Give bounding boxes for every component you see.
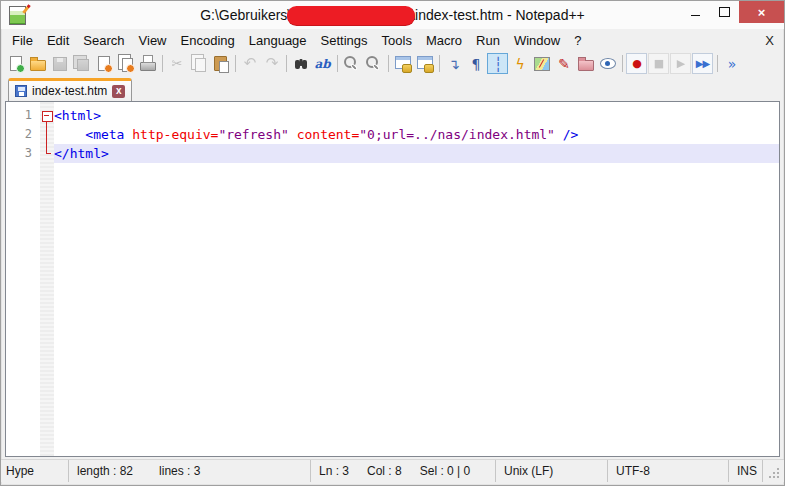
token-attr: http-equiv=: [132, 127, 218, 142]
menu-settings[interactable]: Settings: [314, 31, 375, 50]
token-plain: [54, 127, 85, 142]
zoom-out-icon[interactable]: [363, 53, 384, 74]
code-text[interactable]: <html>: [54, 106, 779, 125]
macro-play-icon[interactable]: ▶: [670, 53, 691, 74]
status-column: Col : 8: [367, 464, 402, 478]
save-icon[interactable]: [49, 53, 70, 74]
status-length-lines: length : 82 lines : 3: [69, 460, 311, 482]
zoom-in-icon[interactable]: [341, 53, 362, 74]
status-eol-format[interactable]: Unix (LF): [496, 460, 608, 482]
toolbar: ✂↶↷ab↴¶┆ϟ✎●■▶▶▶»: [1, 51, 784, 76]
new-file-icon[interactable]: [5, 53, 26, 74]
line-number: 1: [6, 106, 40, 125]
menu-close-document-button[interactable]: X: [765, 33, 774, 48]
redo-icon[interactable]: ↷: [261, 53, 282, 74]
menu-search[interactable]: Search: [76, 31, 131, 50]
sync-horizontal-scroll-icon[interactable]: [414, 53, 435, 74]
open-file-icon[interactable]: [27, 53, 48, 74]
menu-help[interactable]: ?: [567, 31, 588, 50]
token-value: "0;url=../nas/index.html": [359, 127, 555, 142]
code-line[interactable]: 1<html>: [6, 106, 779, 125]
folder-as-workspace-icon[interactable]: [575, 53, 596, 74]
menu-edit[interactable]: Edit: [40, 31, 76, 50]
code-line[interactable]: 3</html>: [6, 144, 779, 163]
close-button[interactable]: ×: [739, 1, 784, 23]
token-attr: content=: [297, 127, 360, 142]
menu-encoding[interactable]: Encoding: [174, 31, 242, 50]
code-line[interactable]: 2 <meta http-equiv="refresh" content="0;…: [6, 125, 779, 144]
notepad-plus-plus-app-icon: [9, 6, 26, 25]
window-controls: ×: [681, 1, 784, 23]
monitoring-icon[interactable]: [597, 53, 618, 74]
line-number: 3: [6, 144, 40, 163]
toolbar-separator: [159, 55, 166, 72]
user-defined-language-icon[interactable]: ϟ: [509, 53, 530, 74]
close-file-icon[interactable]: [93, 53, 114, 74]
minimize-button[interactable]: [681, 1, 710, 23]
tab-close-icon[interactable]: x: [112, 85, 125, 98]
maximize-button[interactable]: [710, 1, 739, 23]
token-tag: <html>: [54, 108, 101, 123]
menu-run[interactable]: Run: [469, 31, 507, 50]
toolbar-separator: [334, 55, 341, 72]
sync-vertical-scroll-icon[interactable]: [392, 53, 413, 74]
redaction-scribble: [287, 6, 415, 25]
show-all-characters-icon[interactable]: ¶: [465, 53, 486, 74]
menu-tools[interactable]: Tools: [375, 31, 419, 50]
copy-icon[interactable]: [188, 53, 209, 74]
notepad-plus-plus-window: G:\Gebruikers\\index-test.htm - Notepad+…: [0, 0, 785, 486]
replace-icon[interactable]: ab: [312, 53, 333, 74]
title-path-prefix: G:\Gebruikers\: [200, 7, 291, 23]
toolbar-separator: [232, 55, 239, 72]
toolbar-overflow-icon[interactable]: »: [721, 53, 742, 74]
title-bar[interactable]: G:\Gebruikers\\index-test.htm - Notepad+…: [1, 1, 784, 29]
show-indent-guide-icon[interactable]: ┆: [487, 53, 508, 74]
macro-stop-icon[interactable]: ■: [648, 53, 669, 74]
code-area[interactable]: 1<html>2 <meta http-equiv="refresh" cont…: [6, 102, 779, 163]
status-length: length : 82: [77, 464, 133, 478]
close-all-icon[interactable]: [115, 53, 136, 74]
status-selection: Sel : 0 | 0: [420, 464, 470, 478]
tab-index-test-htm[interactable]: index-test.htm x: [8, 78, 132, 101]
code-text[interactable]: </html>: [54, 144, 779, 163]
toolbar-separator: [385, 55, 392, 72]
window-title: G:\Gebruikers\\index-test.htm - Notepad+…: [1, 1, 784, 29]
status-insert-mode[interactable]: INS: [729, 460, 763, 482]
title-path-suffix: \index-test.htm - Notepad++: [411, 7, 585, 23]
menu-view[interactable]: View: [132, 31, 174, 50]
token-plain: [555, 127, 563, 142]
token-tag: />: [563, 127, 579, 142]
menu-items: FileEditSearchViewEncodingLanguageSettin…: [5, 33, 588, 48]
function-list-icon[interactable]: ✎: [553, 53, 574, 74]
code-text[interactable]: <meta http-equiv="refresh" content="0;ur…: [54, 125, 779, 144]
status-doc-type: Hype: [1, 460, 69, 482]
menu-macro[interactable]: Macro: [419, 31, 469, 50]
menu-language[interactable]: Language: [242, 31, 314, 50]
token-value: "refresh": [218, 127, 288, 142]
status-encoding[interactable]: UTF-8: [608, 460, 729, 482]
resize-grip[interactable]: [763, 460, 784, 482]
token-plain: [289, 127, 297, 142]
print-icon[interactable]: [137, 53, 158, 74]
window-bottom-border: [1, 482, 784, 485]
toolbar-separator: [619, 55, 626, 72]
fold-collapse-icon[interactable]: [40, 106, 54, 125]
document-map-icon[interactable]: [531, 53, 552, 74]
macro-run-multiple-icon[interactable]: ▶▶: [692, 53, 713, 74]
macro-record-icon[interactable]: ●: [626, 53, 647, 74]
editor[interactable]: 1<html>2 <meta http-equiv="refresh" cont…: [5, 101, 780, 457]
toolbar-separator: [283, 55, 290, 72]
toolbar-separator: [714, 55, 721, 72]
status-lines: lines : 3: [159, 464, 200, 478]
cut-icon[interactable]: ✂: [166, 53, 187, 74]
paste-icon[interactable]: [210, 53, 231, 74]
status-bar: Hype length : 82 lines : 3 Ln : 3 Col : …: [1, 459, 784, 482]
save-all-icon[interactable]: [71, 53, 92, 74]
word-wrap-icon[interactable]: ↴: [443, 53, 464, 74]
undo-icon[interactable]: ↶: [239, 53, 260, 74]
menu-window[interactable]: Window: [507, 31, 567, 50]
menu-file[interactable]: File: [5, 31, 40, 50]
tab-saved-icon: [15, 85, 27, 97]
status-caret-position: Ln : 3 Col : 8 Sel : 0 | 0: [311, 460, 496, 482]
find-icon[interactable]: [290, 53, 311, 74]
